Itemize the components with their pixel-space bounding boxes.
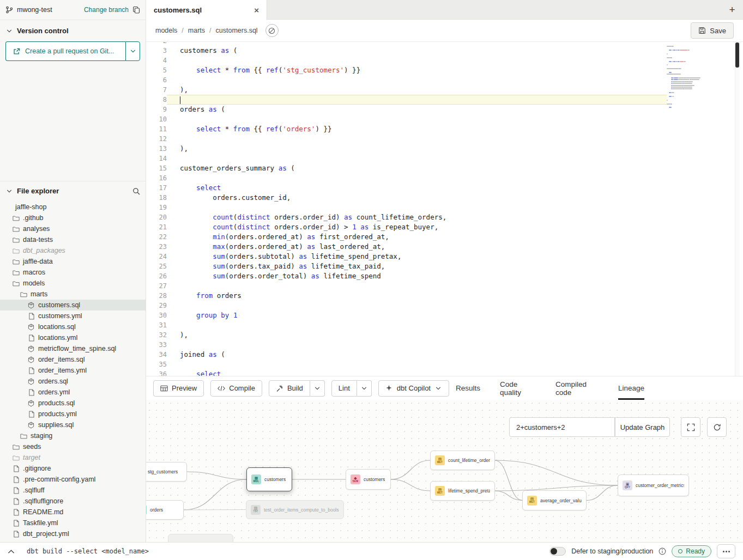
code-line-20[interactable]: 20 count(distinct orders.order_id) as co… bbox=[146, 212, 743, 222]
tree-item-orders-yml[interactable]: orders.yml bbox=[0, 387, 146, 398]
code-line-16[interactable]: 16 bbox=[146, 173, 743, 183]
breadcrumb-models[interactable]: models bbox=[155, 27, 177, 34]
update-graph-button[interactable]: Update Graph bbox=[615, 417, 670, 437]
tree-item-data-tests[interactable]: data-tests bbox=[0, 234, 146, 245]
code-line-8[interactable]: 8 bbox=[146, 95, 743, 105]
tree-item-staging[interactable]: staging bbox=[0, 430, 146, 441]
tree-item-macros[interactable]: macros bbox=[0, 267, 146, 278]
lineage-node-test_order_items[interactable]: ▨TSTtest_order_items_compute_to_bools... bbox=[246, 500, 344, 519]
tree-item-analyses[interactable]: analyses bbox=[0, 223, 146, 234]
tree-item-metricflow-time-spine-sql[interactable]: metricflow_time_spine.sql bbox=[0, 343, 146, 354]
code-line-24[interactable]: 24 sum(orders.subtotal) as lifetime_spen… bbox=[146, 252, 743, 261]
code-line-19[interactable]: 19 bbox=[146, 203, 743, 212]
tree-item-seeds[interactable]: seeds bbox=[0, 441, 146, 452]
editor-scrollbar[interactable] bbox=[735, 42, 740, 376]
create-pr-dropdown[interactable] bbox=[125, 41, 140, 61]
tree-item-locations-sql[interactable]: locations.sql bbox=[0, 321, 146, 332]
code-line-7[interactable]: 7), bbox=[146, 85, 743, 95]
code-line-18[interactable]: 18 orders.customer_id, bbox=[146, 193, 743, 203]
lineage-selector-input[interactable] bbox=[509, 417, 615, 437]
tree-item-marts[interactable]: marts bbox=[0, 289, 146, 300]
build-button[interactable]: Build bbox=[269, 380, 310, 397]
info-icon[interactable] bbox=[659, 547, 666, 555]
defer-toggle[interactable] bbox=[549, 547, 566, 556]
tab-results[interactable]: Results bbox=[456, 376, 480, 400]
tab-lineage[interactable]: Lineage bbox=[618, 376, 644, 400]
code-line-31[interactable]: 31 bbox=[146, 320, 743, 330]
lineage-node-stg_customers[interactable]: ▦MDLstg_customers bbox=[146, 462, 187, 482]
close-icon[interactable]: × bbox=[254, 6, 259, 14]
code-line-15[interactable]: 15customer_orders_summary as ( bbox=[146, 163, 743, 173]
fullscreen-icon[interactable] bbox=[681, 417, 700, 437]
create-pr-button[interactable]: Create a pull request on Git... bbox=[5, 41, 125, 61]
tree-item-models[interactable]: models bbox=[0, 278, 146, 289]
tree-item-jaffle-data[interactable]: jaffle-data bbox=[0, 256, 146, 267]
chevron-up-icon[interactable] bbox=[8, 549, 15, 554]
preview-button[interactable]: Preview bbox=[153, 380, 204, 397]
lineage-node-count_lifetime_orders[interactable]: ▤METcount_lifetime_orders bbox=[430, 451, 495, 470]
refresh-icon[interactable] bbox=[707, 417, 727, 437]
code-line-32[interactable]: 32), bbox=[146, 330, 743, 340]
code-line-33[interactable]: 33 bbox=[146, 340, 743, 350]
lineage-node-hidden_bottom[interactable] bbox=[168, 534, 233, 542]
tree-item--pre-commit-config-yaml[interactable]: .pre-commit-config.yaml bbox=[0, 474, 146, 485]
lineage-node-customer_order_metrics[interactable]: ▣QRYcustomer_order_metrics bbox=[618, 474, 689, 496]
lineage-node-customers_model[interactable]: ▦MDLcustomers bbox=[246, 467, 292, 491]
tree-item--sqlfluffignore[interactable]: .sqlfluffignore bbox=[0, 496, 146, 507]
change-branch-link[interactable]: Change branch bbox=[84, 6, 129, 14]
code-line-3[interactable]: 3customers as ( bbox=[146, 46, 743, 56]
tree-item-products-yml[interactable]: products.yml bbox=[0, 409, 146, 419]
tree-item-order-items-yml[interactable]: order_items.yml bbox=[0, 365, 146, 376]
breadcrumb-file[interactable]: customers.sql bbox=[216, 27, 258, 34]
lineage-node-customers_sem[interactable]: ◆SEMcustomers bbox=[346, 469, 391, 490]
tree-item-products-sql[interactable]: products.sql bbox=[0, 398, 146, 409]
code-line-17[interactable]: 17 select bbox=[146, 183, 743, 193]
code-line-29[interactable]: 29 bbox=[146, 301, 743, 311]
code-line-28[interactable]: 28 from orders bbox=[146, 291, 743, 301]
lineage-node-orders[interactable]: ▦MDLorders bbox=[146, 500, 184, 520]
breadcrumb-marts[interactable]: marts bbox=[188, 27, 205, 34]
tree-item--gitignore[interactable]: .gitignore bbox=[0, 463, 146, 474]
minimap[interactable] bbox=[667, 44, 712, 109]
code-line-2[interactable]: 2 bbox=[146, 42, 743, 46]
code-line-6[interactable]: 6 bbox=[146, 75, 743, 85]
tree-item--sqlfluff[interactable]: .sqlfluff bbox=[0, 485, 146, 496]
lint-dropdown[interactable] bbox=[357, 380, 372, 397]
code-line-36[interactable]: 36 select bbox=[146, 369, 743, 376]
search-icon[interactable] bbox=[132, 187, 140, 195]
code-line-9[interactable]: 9orders as ( bbox=[146, 105, 743, 114]
code-line-27[interactable]: 27 bbox=[146, 281, 743, 291]
tree-item-dbt-project-yml[interactable]: dbt_project.yml bbox=[0, 528, 146, 539]
code-line-4[interactable]: 4 bbox=[146, 56, 743, 65]
code-line-14[interactable]: 14 bbox=[146, 154, 743, 163]
tree-item--github[interactable]: .github bbox=[0, 212, 146, 223]
save-button[interactable]: Save bbox=[691, 22, 734, 39]
code-line-11[interactable]: 11 select * from {{ ref('orders') }} bbox=[146, 124, 743, 134]
code-editor[interactable]: 23customers as (45 select * from {{ ref(… bbox=[146, 42, 743, 376]
scrollbar-thumb[interactable] bbox=[735, 42, 739, 68]
chevron-down-icon[interactable] bbox=[5, 187, 13, 195]
code-line-22[interactable]: 22 min(orders.ordered_at) as first_order… bbox=[146, 232, 743, 242]
tree-item-locations-yml[interactable]: locations.yml bbox=[0, 332, 146, 343]
cli-command-input[interactable]: dbt build --select <model_name> bbox=[27, 547, 149, 555]
tree-item-customers-yml[interactable]: customers.yml bbox=[0, 311, 146, 321]
tree-item-target[interactable]: target bbox=[0, 452, 146, 463]
tab-customers-sql[interactable]: customers.sql × bbox=[146, 0, 267, 20]
tab-compiled-code[interactable]: Compiled code bbox=[555, 376, 599, 400]
tree-item-jaffle-shop[interactable]: jaffle-shop bbox=[0, 202, 146, 212]
tree-item-customers-sql[interactable]: customers.sql bbox=[0, 300, 146, 311]
chevron-down-icon[interactable] bbox=[5, 27, 13, 35]
code-line-21[interactable]: 21 count(distinct orders.order_id) > 1 a… bbox=[146, 222, 743, 232]
tree-item-taskfile-yml[interactable]: Taskfile.yml bbox=[0, 518, 146, 528]
code-line-25[interactable]: 25 sum(orders.tax_paid) as lifetime_tax_… bbox=[146, 261, 743, 271]
compile-button[interactable]: Compile bbox=[210, 380, 262, 397]
dbt-copilot-button[interactable]: dbt Copilot bbox=[378, 380, 449, 397]
code-line-34[interactable]: 34joined as ( bbox=[146, 350, 743, 360]
code-line-5[interactable]: 5 select * from {{ ref('stg_customers') … bbox=[146, 65, 743, 75]
tree-item-orders-sql[interactable]: orders.sql bbox=[0, 376, 146, 387]
lineage-node-lifetime_spend_pretax[interactable]: ▤METlifetime_spend_pretax bbox=[430, 481, 495, 501]
code-line-30[interactable]: 30 group by 1 bbox=[146, 311, 743, 320]
code-line-23[interactable]: 23 max(orders.ordered_at) as last_ordere… bbox=[146, 242, 743, 252]
tree-item-readme-md[interactable]: README.md bbox=[0, 507, 146, 518]
tree-item-dbt-packages[interactable]: dbt_packages bbox=[0, 245, 146, 256]
